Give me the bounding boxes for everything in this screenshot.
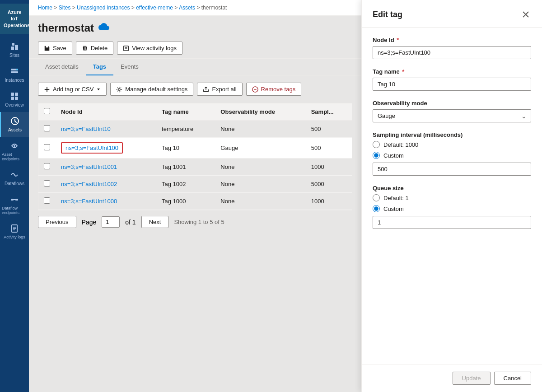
- sampling-default-option[interactable]: Default: 1000: [373, 141, 531, 148]
- table-row: ns=3;s=FastUInt1000 Tag 1000 None 1000: [38, 193, 352, 210]
- sidebar-item-instances[interactable]: Instances: [0, 62, 29, 87]
- sidebar: Azure IoT Operations Sites Instances Ove…: [0, 0, 29, 392]
- svg-rect-1: [15, 45, 18, 50]
- sampling-cell: 500: [306, 138, 352, 159]
- queue-custom-input[interactable]: [373, 216, 531, 229]
- sidebar-item-sites[interactable]: Sites: [0, 37, 29, 62]
- sampling-group: Sampling interval (milliseconds) Default…: [373, 131, 531, 176]
- queue-custom-option[interactable]: Custom: [373, 205, 531, 212]
- edit-panel-body: Node Id * Tag name * Observability mode …: [362, 28, 542, 364]
- observability-select-wrapper: None Gauge Counter Histogram Log ⌄: [373, 109, 531, 122]
- sidebar-item-dataflows[interactable]: Dataflows: [0, 166, 29, 191]
- delete-button[interactable]: Delete: [76, 42, 114, 55]
- page-number-input[interactable]: [102, 216, 120, 228]
- previous-button[interactable]: Previous: [38, 216, 76, 228]
- tab-events[interactable]: Events: [113, 59, 146, 75]
- breadcrumb-current: thermostat: [201, 5, 227, 11]
- tag-name-cell: Tag 10: [156, 138, 215, 159]
- update-button[interactable]: Update: [453, 372, 491, 385]
- observability-cell: None: [215, 193, 305, 210]
- row-checkbox[interactable]: [44, 197, 50, 204]
- chevron-down-icon: [96, 87, 101, 92]
- breadcrumb-unassigned[interactable]: Unassigned instances: [77, 5, 130, 11]
- add-tag-button[interactable]: Add tag or CSV: [38, 83, 107, 96]
- breadcrumb-effective-meme[interactable]: effective-meme: [136, 5, 173, 11]
- observability-cell: None: [215, 121, 305, 138]
- table-row-selected: ns=3;s=FastUInt100 Tag 10 Gauge 500: [38, 138, 352, 159]
- asset-endpoints-icon: [10, 141, 19, 150]
- svg-rect-13: [15, 199, 18, 201]
- row-checkbox[interactable]: [44, 125, 50, 131]
- tab-tags[interactable]: Tags: [86, 59, 113, 75]
- export-all-button[interactable]: Export all: [197, 83, 242, 96]
- select-all-checkbox[interactable]: [44, 108, 50, 114]
- sampling-label: Sampling interval (milliseconds): [373, 131, 531, 138]
- breadcrumb-home[interactable]: Home: [38, 5, 52, 11]
- svg-rect-4: [11, 71, 18, 73]
- svg-rect-8: [11, 97, 14, 100]
- sampling-custom-option[interactable]: Custom: [373, 152, 531, 159]
- instances-icon: [10, 67, 19, 76]
- node-id-link[interactable]: ns=3;s=FastUInt1002: [61, 181, 117, 187]
- close-button[interactable]: [520, 9, 531, 20]
- sampling-custom-input[interactable]: [373, 163, 531, 176]
- save-button[interactable]: Save: [38, 42, 72, 55]
- manage-settings-button[interactable]: Manage default settings: [110, 83, 193, 96]
- edit-tag-panel: Edit tag Node Id * Tag name * Observabil…: [361, 0, 542, 392]
- svg-point-22: [118, 88, 120, 90]
- dataflows-icon: [10, 170, 19, 179]
- breadcrumb: Home > Sites > Unassigned instances > ef…: [29, 0, 361, 16]
- sampling-radio-group: Default: 1000 Custom: [373, 141, 531, 159]
- queue-default-option[interactable]: Default: 1: [373, 194, 531, 201]
- tag-name-input[interactable]: [373, 78, 531, 91]
- node-id-link[interactable]: ns=3;s=FastUInt1000: [61, 198, 117, 205]
- assets-icon: [10, 117, 19, 126]
- content-area: Add tag or CSV Manage default settings E…: [29, 75, 361, 392]
- cloud-sync-icon: [98, 21, 109, 34]
- page-title: thermostat: [38, 22, 94, 34]
- observability-group: Observability mode None Gauge Counter Hi…: [373, 100, 531, 122]
- queue-default-radio[interactable]: [373, 194, 380, 201]
- sampling-cell: 500: [306, 121, 352, 138]
- remove-tags-button[interactable]: Remove tags: [246, 83, 302, 96]
- next-button[interactable]: Next: [141, 216, 169, 228]
- row-checkbox[interactable]: [44, 180, 50, 187]
- sidebar-item-overview[interactable]: Overview: [0, 87, 29, 112]
- node-id-link[interactable]: ns=3;s=FastUInt10: [61, 126, 111, 132]
- sidebar-item-assets[interactable]: Assets: [0, 112, 29, 137]
- tag-name-cell: Tag 1000: [156, 193, 215, 210]
- sampling-custom-radio[interactable]: [373, 152, 380, 159]
- sidebar-item-activity-logs[interactable]: Activity logs: [0, 219, 29, 244]
- svg-rect-12: [11, 199, 14, 201]
- selected-node-id-link[interactable]: ns=3;s=FastUInt100: [65, 145, 118, 151]
- sidebar-item-asset-endpoints[interactable]: Asset endpoints: [0, 137, 29, 166]
- tag-name-cell: Tag 1001: [156, 159, 215, 176]
- tab-asset-details[interactable]: Asset details: [38, 59, 86, 75]
- cancel-button[interactable]: Cancel: [494, 372, 531, 385]
- col-node-id: Node Id: [56, 103, 156, 121]
- row-checkbox[interactable]: [44, 163, 50, 169]
- export-icon: [203, 86, 209, 93]
- queue-custom-radio[interactable]: [373, 205, 380, 212]
- tag-name-cell: temperature: [156, 121, 215, 138]
- observability-select[interactable]: None Gauge Counter Histogram Log: [373, 109, 531, 122]
- svg-rect-7: [15, 93, 18, 96]
- svg-rect-0: [11, 47, 14, 50]
- delete-icon: [82, 45, 88, 51]
- node-id-link[interactable]: ns=3;s=FastUInt1001: [61, 163, 117, 170]
- observability-cell: Gauge: [215, 138, 305, 159]
- sidebar-item-dataflow-endpoints[interactable]: Dataflow endpoints: [0, 191, 29, 219]
- sampling-cell: 5000: [306, 176, 352, 193]
- save-icon: [44, 45, 50, 51]
- row-checkbox[interactable]: [44, 144, 50, 150]
- node-id-label: Node Id *: [373, 37, 531, 43]
- sampling-default-radio[interactable]: [373, 141, 380, 148]
- tag-name-group: Tag name *: [373, 68, 531, 91]
- remove-icon: [252, 86, 258, 93]
- breadcrumb-sites[interactable]: Sites: [59, 5, 71, 11]
- showing-info: Showing 1 to 5 of 5: [174, 219, 224, 225]
- breadcrumb-assets[interactable]: Assets: [179, 5, 195, 11]
- main-area: Home > Sites > Unassigned instances > ef…: [29, 0, 361, 392]
- view-activity-button[interactable]: View activity logs: [117, 42, 182, 55]
- node-id-input[interactable]: [373, 46, 531, 59]
